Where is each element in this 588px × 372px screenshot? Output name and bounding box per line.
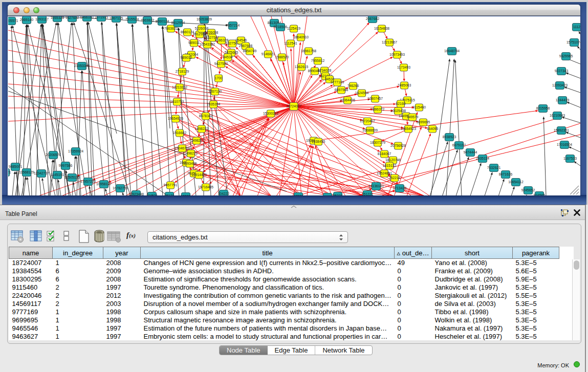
- svg-text:21053346: 21053346: [74, 64, 90, 68]
- svg-text:8093488: 8093488: [183, 162, 197, 165]
- svg-text:1125419: 1125419: [287, 27, 300, 30]
- svg-text:1498222: 1498222: [195, 127, 209, 130]
- svg-text:95121: 95121: [165, 194, 175, 195]
- svg-text:20756928: 20756928: [390, 144, 406, 147]
- svg-text:15751074: 15751074: [567, 40, 580, 44]
- svg-text:12213332: 12213332: [172, 85, 187, 89]
- svg-text:10654112: 10654112: [508, 180, 524, 184]
- svg-text:104521: 104521: [146, 194, 158, 195]
- svg-text:16961758: 16961758: [301, 49, 316, 53]
- svg-text:20364436: 20364436: [340, 98, 355, 102]
- svg-text:8660124: 8660124: [156, 19, 169, 23]
- svg-text:8938923: 8938923: [443, 135, 456, 139]
- svg-text:9329965: 9329965: [559, 54, 573, 58]
- svg-text:6734028: 6734028: [318, 69, 332, 72]
- svg-text:1071915: 1071915: [95, 16, 108, 19]
- svg-text:1067135: 1067135: [110, 16, 123, 20]
- svg-text:9997586: 9997586: [59, 164, 73, 167]
- svg-text:1112: 1112: [573, 25, 580, 29]
- svg-text:5226058: 5226058: [195, 27, 209, 30]
- svg-text:1916682: 1916682: [173, 131, 187, 135]
- svg-text:8912954: 8912954: [171, 21, 185, 25]
- svg-text:154546: 154546: [235, 38, 247, 42]
- svg-text:2087682: 2087682: [366, 17, 380, 20]
- svg-text:9457791: 9457791: [164, 183, 178, 187]
- svg-text:6897568: 6897568: [335, 88, 349, 92]
- svg-text:104222: 104222: [218, 192, 230, 195]
- svg-text:7663822: 7663822: [164, 27, 178, 30]
- svg-text:18221: 18221: [181, 194, 191, 195]
- svg-text:10807457: 10807457: [367, 97, 383, 100]
- svg-text:9699695: 9699695: [417, 120, 430, 124]
- svg-text:18120746: 18120746: [385, 158, 401, 162]
- svg-text:1173493: 1173493: [397, 65, 410, 69]
- svg-text:16053809: 16053809: [197, 17, 212, 21]
- svg-text:15720407: 15720407: [360, 119, 375, 123]
- svg-text:95221: 95221: [333, 194, 343, 195]
- svg-text:9245652: 9245652: [521, 188, 535, 192]
- svg-text:15046768: 15046768: [175, 146, 190, 150]
- svg-text:16914479: 16914479: [191, 173, 207, 177]
- svg-text:7886372: 7886372: [371, 107, 385, 111]
- svg-text:7485063: 7485063: [398, 83, 411, 87]
- svg-text:9218506: 9218506: [274, 25, 288, 29]
- svg-text:746266: 746266: [347, 84, 359, 87]
- svg-text:1527602: 1527602: [66, 16, 79, 19]
- svg-text:9227343: 9227343: [555, 69, 569, 73]
- svg-text:2069140: 2069140: [20, 18, 34, 21]
- svg-text:12093423: 12093423: [552, 83, 568, 87]
- svg-text:18724007: 18724007: [286, 104, 301, 108]
- svg-text:1405571: 1405571: [8, 19, 18, 23]
- svg-text:1713426: 1713426: [393, 186, 407, 190]
- svg-text:12923448: 12923448: [128, 192, 144, 195]
- svg-text:164095: 164095: [427, 127, 439, 130]
- svg-text:12213967: 12213967: [382, 40, 397, 44]
- svg-text:18640910: 18640910: [293, 35, 309, 39]
- svg-text:5226058: 5226058: [205, 31, 219, 34]
- svg-text:10543382: 10543382: [200, 42, 215, 46]
- svg-text:16782759: 16782759: [113, 186, 128, 190]
- svg-text:8215958: 8215958: [536, 106, 550, 110]
- svg-text:3267130: 3267130: [208, 90, 222, 93]
- svg-text:1362615: 1362615: [295, 65, 309, 69]
- svg-text:17957223: 17957223: [80, 180, 96, 183]
- svg-text:1615132: 1615132: [383, 164, 397, 167]
- svg-text:7357214: 7357214: [226, 24, 240, 27]
- svg-text:20206576: 20206576: [46, 153, 61, 157]
- svg-text:9485001: 9485001: [9, 165, 23, 168]
- svg-text:9427552: 9427552: [214, 62, 228, 65]
- svg-text:13654923: 13654923: [401, 127, 416, 130]
- svg-text:1624554: 1624554: [355, 91, 369, 95]
- svg-text:8660124: 8660124: [181, 30, 194, 34]
- svg-text:18307279: 18307279: [370, 141, 385, 144]
- svg-text:10973493: 10973493: [389, 53, 405, 56]
- svg-text:391521: 391521: [8, 170, 11, 174]
- svg-text:15892351: 15892351: [554, 128, 569, 132]
- svg-text:9146821: 9146821: [262, 52, 275, 56]
- svg-text:149579: 149579: [407, 115, 419, 119]
- svg-text:2718129: 2718129: [176, 70, 189, 73]
- svg-text:149822: 149822: [191, 139, 203, 142]
- svg-text:9115460: 9115460: [412, 105, 426, 109]
- svg-text:12505135: 12505135: [64, 176, 80, 179]
- svg-text:17359924: 17359924: [68, 149, 83, 153]
- svg-text:151221: 151221: [362, 192, 374, 195]
- svg-text:1167533: 1167533: [563, 157, 577, 160]
- svg-text:19524851: 19524851: [377, 171, 392, 175]
- svg-text:1093117: 1093117: [35, 17, 49, 21]
- svg-text:9777109: 9777109: [331, 80, 344, 84]
- svg-text:16648784: 16648784: [444, 49, 460, 53]
- svg-text:6466160: 6466160: [80, 16, 94, 19]
- svg-text:7663822: 7663822: [141, 18, 155, 22]
- svg-text:19654935: 19654935: [168, 117, 183, 120]
- svg-text:15300212: 15300212: [263, 112, 278, 115]
- svg-text:34534: 34534: [223, 55, 233, 59]
- svg-text:1588520: 1588520: [275, 55, 289, 59]
- svg-text:6679197: 6679197: [452, 143, 466, 147]
- svg-text:8471626: 8471626: [499, 172, 513, 176]
- svg-text:9122: 9122: [323, 195, 331, 195]
- svg-text:989012: 989012: [181, 56, 192, 59]
- svg-text:8454749: 8454749: [243, 49, 257, 53]
- svg-text:1145191: 1145191: [51, 173, 64, 177]
- svg-text:989011: 989011: [188, 41, 200, 45]
